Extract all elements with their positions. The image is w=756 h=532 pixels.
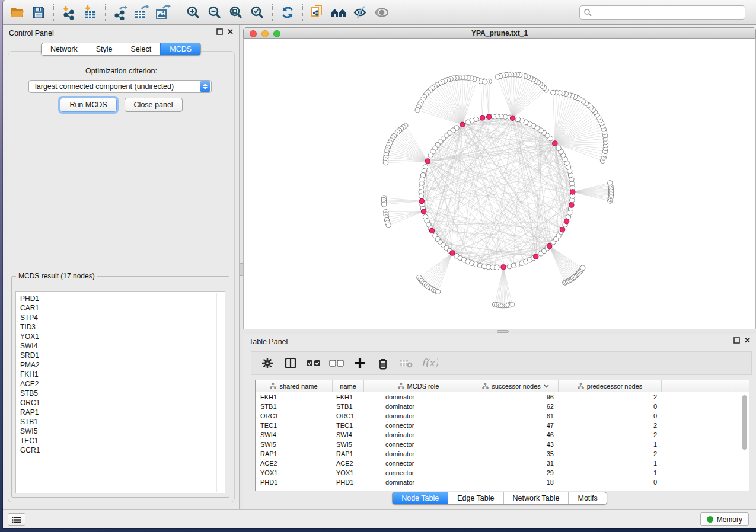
- show-column-icon[interactable]: [282, 354, 299, 372]
- table-cell: TEC1: [333, 421, 364, 430]
- export-image-icon[interactable]: [152, 2, 174, 23]
- add-column-icon[interactable]: [351, 354, 369, 372]
- attribute-icon: [578, 383, 584, 389]
- mcds-result-item[interactable]: TID3: [16, 322, 225, 332]
- close-panel-icon[interactable]: ✕: [227, 28, 234, 35]
- table-row[interactable]: PHD1PHD1dominator180: [256, 477, 749, 487]
- optimization-criterion-dropdown[interactable]: largest connected component (undirected): [28, 80, 212, 93]
- network-graph[interactable]: [244, 39, 755, 329]
- mcds-result-item[interactable]: STB5: [16, 389, 225, 398]
- column-header-successor-nodes[interactable]: successor nodes: [473, 380, 559, 392]
- mcds-result-item[interactable]: SWI4: [16, 341, 225, 351]
- show-hide-visual-properties-icon[interactable]: [350, 2, 371, 23]
- export-network-icon[interactable]: [110, 2, 131, 23]
- mcds-result-item[interactable]: STB1: [16, 417, 225, 427]
- import-table-icon[interactable]: [79, 2, 101, 23]
- close-panel-button[interactable]: Close panel: [125, 98, 183, 112]
- main-toolbar: [3, 0, 756, 25]
- horizontal-splitter-handle[interactable]: [497, 330, 509, 333]
- show-graphics-details-icon[interactable]: [371, 2, 393, 23]
- table-cell: connector: [364, 468, 473, 477]
- horizontal-splitter[interactable]: [243, 329, 756, 334]
- mcds-result-item[interactable]: TEC1: [16, 436, 225, 446]
- zoom-selected-icon[interactable]: [247, 2, 268, 23]
- mcds-result-title: MCDS result (17 nodes): [16, 272, 97, 280]
- table-scrollbar-thumb[interactable]: [742, 395, 747, 450]
- mcds-result-item[interactable]: ACE2: [16, 379, 225, 389]
- mcds-result-item[interactable]: SRD1: [16, 351, 225, 360]
- close-panel-icon[interactable]: ✕: [744, 337, 751, 344]
- column-header-mcds-role[interactable]: MCDS role: [364, 380, 473, 392]
- tab-motifs[interactable]: Motifs: [568, 492, 606, 504]
- delete-column-icon[interactable]: [374, 354, 392, 372]
- tab-mcds[interactable]: MCDS: [160, 43, 200, 55]
- tab-node-table[interactable]: Node Table: [393, 492, 448, 504]
- mcds-result-item[interactable]: STP4: [16, 313, 225, 322]
- column-header-predecessor-nodes[interactable]: predecessor nodes: [559, 380, 662, 392]
- mcds-result-item[interactable]: SWI5: [16, 427, 225, 436]
- float-panel-icon[interactable]: [216, 28, 223, 35]
- new-network-from-selection-icon[interactable]: [307, 2, 328, 23]
- mcds-result-item[interactable]: YOX1: [16, 332, 225, 341]
- table-row[interactable]: FKH1FKH1dominator962: [256, 392, 749, 402]
- network-canvas[interactable]: [243, 39, 756, 329]
- first-neighbors-icon[interactable]: [328, 2, 350, 23]
- table-cell: connector: [364, 440, 473, 449]
- table-row[interactable]: ACE2ACE2connector311: [256, 459, 749, 468]
- control-panel: Control Panel ✕ Network Style Select MCD…: [3, 25, 240, 509]
- column-header-filler: [662, 380, 749, 392]
- zoom-fit-icon[interactable]: [225, 2, 247, 23]
- select-all-checkboxes-icon[interactable]: [305, 354, 323, 372]
- tab-network-table[interactable]: Network Table: [503, 492, 569, 504]
- column-header-shared-name[interactable]: shared name: [256, 380, 333, 392]
- table-cell: 2: [559, 449, 662, 459]
- table-row[interactable]: SWI4SWI4dominator462: [256, 430, 749, 440]
- mcds-result-item[interactable]: PHD1: [16, 294, 225, 303]
- table-options-gear-icon[interactable]: [259, 354, 276, 372]
- toolbar-separator: [302, 4, 303, 21]
- deselect-all-checkboxes-icon[interactable]: [328, 354, 346, 372]
- open-session-icon[interactable]: [7, 2, 28, 23]
- attribute-icon: [398, 383, 404, 389]
- float-panel-icon[interactable]: [733, 337, 740, 344]
- search-box[interactable]: [579, 5, 745, 20]
- apply-layout-icon[interactable]: [277, 2, 298, 23]
- tab-style[interactable]: Style: [87, 43, 122, 55]
- zoom-in-icon[interactable]: [183, 2, 204, 23]
- table-row[interactable]: STB1STB1dominator620: [256, 402, 749, 411]
- tab-select[interactable]: Select: [122, 43, 161, 55]
- mcds-result-item[interactable]: ORC1: [16, 398, 225, 408]
- tab-edge-table[interactable]: Edge Table: [448, 492, 503, 504]
- table-row[interactable]: YOX1YOX1connector291: [256, 468, 749, 477]
- table-row[interactable]: SWI5SWI5connector431: [256, 440, 749, 449]
- zoom-out-icon[interactable]: [204, 2, 225, 23]
- table-cell: 47: [473, 421, 559, 430]
- column-header-name[interactable]: name: [333, 380, 364, 392]
- search-input[interactable]: [592, 8, 741, 17]
- table-cell: STB1: [256, 402, 333, 411]
- mcds-result-item[interactable]: GCR1: [16, 446, 225, 455]
- tab-network[interactable]: Network: [42, 43, 87, 55]
- network-window-titlebar[interactable]: YPA_prune.txt_1: [243, 27, 756, 39]
- mcds-result-item[interactable]: CAR1: [16, 303, 225, 313]
- table-cell: FKH1: [256, 392, 333, 402]
- attribute-icon: [482, 383, 489, 389]
- table-row[interactable]: ORC1ORC1dominator610: [256, 411, 749, 421]
- save-session-icon[interactable]: [28, 2, 49, 23]
- memory-button[interactable]: Memory: [700, 512, 749, 526]
- table-panel-tabs: Node Table Edge Table Network Table Moti…: [243, 492, 756, 505]
- table-cell: SWI4: [333, 430, 364, 440]
- mcds-result-list[interactable]: PHD1CAR1STP4TID3YOX1SWI4SRD1PMA2FKH1ACE2…: [15, 291, 225, 493]
- table-row[interactable]: TEC1TEC1connector472: [256, 421, 749, 430]
- network-view-window: YPA_prune.txt_1: [243, 25, 756, 329]
- mcds-result-item[interactable]: PMA2: [16, 360, 225, 370]
- task-list-icon: [12, 516, 21, 524]
- export-table-icon[interactable]: [131, 2, 152, 23]
- task-history-button[interactable]: [8, 513, 25, 526]
- mcds-result-item[interactable]: RAP1: [16, 408, 225, 417]
- run-mcds-button[interactable]: Run MCDS: [60, 98, 116, 112]
- import-network-icon[interactable]: [58, 2, 79, 23]
- table-row[interactable]: RAP1RAP1dominator352: [256, 449, 749, 459]
- table-cell: dominator: [364, 392, 473, 402]
- mcds-result-item[interactable]: FKH1: [16, 370, 225, 379]
